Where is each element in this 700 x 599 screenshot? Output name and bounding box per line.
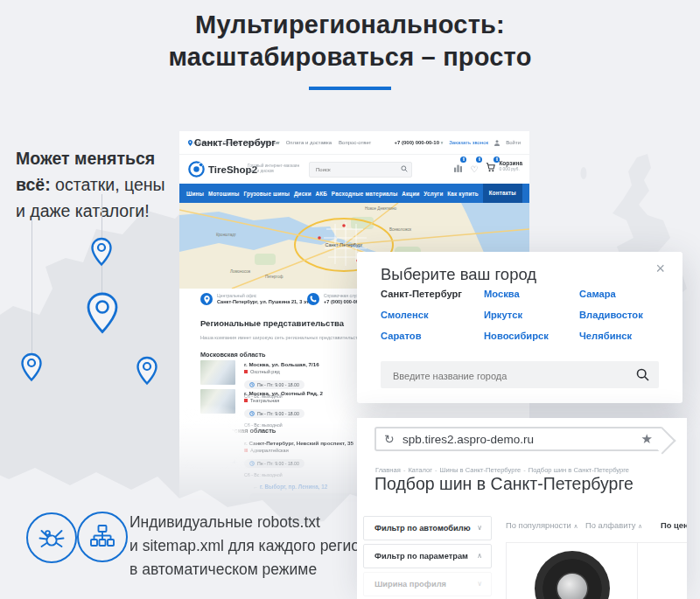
filter-by-params-label: Фильтр по параметрам [374, 552, 468, 561]
chevron-up-icon: ∧ [477, 545, 482, 568]
cart-button[interactable]: 0 Корзина 0 000 руб. [486, 160, 522, 176]
nav-item-consumables[interactable]: Расходные материалы [332, 191, 398, 197]
site-search-input[interactable] [314, 164, 401, 176]
city-option-chelyabinsk[interactable]: Челябинск [579, 331, 632, 341]
close-icon[interactable]: × [655, 261, 665, 276]
product-grid-divider [637, 542, 638, 599]
fade-overlay [179, 404, 263, 488]
breadcrumb-catalog[interactable]: Каталог [408, 466, 432, 474]
heart-icon: ♡ [470, 164, 478, 174]
sort-by-alphabet[interactable]: По алфавиту ∧ [585, 520, 642, 530]
shop-photo [200, 360, 235, 385]
filter-profile-width-label: Ширина профиля [374, 580, 446, 589]
nav-item-services[interactable]: Услуги [424, 191, 443, 197]
city-option-moscow[interactable]: Москва [484, 289, 520, 299]
chevron-down-icon: ▾ [277, 140, 280, 145]
page-title-line2: масштабироваться – просто [0, 41, 700, 73]
location-pin-icon [90, 237, 113, 267]
sort-by-popularity[interactable]: По популярности ∧ [506, 520, 578, 530]
compare-button[interactable]: 0 [454, 160, 462, 176]
hours-text: Пн - Пт: 9.00 - 18.00 [257, 382, 299, 387]
search-icon[interactable] [401, 165, 408, 172]
cart-icon-wrap: 0 [486, 160, 495, 176]
city-option-saratov[interactable]: Саратов [381, 331, 422, 341]
sort-by-price[interactable]: По цене [661, 520, 687, 530]
metro-icon [244, 399, 248, 402]
filter-by-car[interactable]: Фильтр по автомобилю ∨ [363, 516, 492, 540]
sort-by-popularity-label: По популярности [506, 520, 571, 530]
office-address: Санкт-Петербург, ул. Пушкина 21, 3 этаж [217, 299, 315, 305]
breadcrumb-home[interactable]: Главная [375, 466, 401, 474]
callback-link[interactable]: Заказать звонок [449, 140, 488, 145]
site-city-selector[interactable]: Санкт-Петербург ▾ [188, 137, 280, 148]
phone-icon [307, 293, 319, 305]
city-option-samara[interactable]: Самара [579, 289, 616, 299]
login-link[interactable]: Войти [506, 140, 521, 145]
nav-item-sales[interactable]: Акции [402, 191, 419, 197]
working-hours: Пн - Пт: 9.00 - 18.00 [244, 380, 304, 389]
nav-item-contacts[interactable]: Контакты [483, 184, 522, 203]
breadcrumb-current: Подбор шин в Санкт-Петербурге [528, 466, 629, 474]
intro-text: Может меняться всё: остатки, цены и даже… [16, 145, 165, 224]
nav-item-disks[interactable]: Диски [294, 191, 312, 197]
city-option-smolensk[interactable]: Смоленск [381, 310, 429, 320]
breadcrumb: Главная-Каталог-Шины в Санкт-Петербурге-… [375, 466, 629, 474]
bookmark-star-icon[interactable]: ★ [641, 431, 653, 447]
product-grid-divider [506, 542, 507, 599]
page: Мультирегиональность: масштабироваться –… [0, 0, 700, 599]
topbar-link-payment[interactable]: Оплата и доставка [286, 140, 332, 145]
shop-more-link[interactable]: ← г. Выборг, пр. Ленина, 12 [253, 484, 327, 490]
nav-item-tires[interactable]: Шины [186, 191, 204, 197]
tire-product-image[interactable] [535, 551, 610, 599]
city-search-box [381, 361, 659, 388]
intro-line2-rest: остатки, цены [55, 175, 165, 194]
city-search-input[interactable] [391, 367, 631, 384]
site-tagline-line2: шин и дисков [248, 169, 274, 173]
map-label-town: Ломоносов [230, 269, 251, 274]
wishlist-button[interactable]: ♡ 0 [470, 160, 478, 176]
pin-connector-line [32, 220, 32, 353]
city-option-novosibirsk[interactable]: Новосибирск [484, 331, 549, 341]
filter-profile-width[interactable]: Ширина профиля ∨ [363, 572, 492, 596]
site-phone[interactable]: +7 (000) 000-00-10 ▾ [395, 140, 444, 145]
modal-title: Выберите ваш город [381, 265, 536, 284]
sort-by-alphabet-label: По алфавиту [585, 520, 635, 530]
nav-item-truck-tires[interactable]: Грузовые шины [243, 191, 290, 197]
site-city-name: Санкт-Петербург [194, 137, 276, 148]
site-phone-number: +7 (000) 000-00-10 [395, 140, 440, 145]
chevron-down-icon: ∨ [477, 517, 482, 540]
filter-by-params[interactable]: Фильтр по параметрам ∧ [363, 544, 492, 568]
nav-item-how-to-buy[interactable]: Как купить [447, 191, 479, 197]
url-text[interactable]: spb.tires2.aspro-demo.ru [402, 433, 534, 446]
map-pin-icon [200, 293, 213, 305]
cart-label: Корзина [499, 160, 522, 166]
tireshop-logo-icon [188, 161, 205, 178]
reload-icon[interactable]: ↻ [384, 432, 395, 446]
city-option-vladivostok[interactable]: Владивосток [579, 310, 643, 320]
site-main-nav: Шины Мотошины Грузовые шины Диски АКБ Ра… [179, 184, 529, 203]
city-select-modal: Выберите ваш город × Санкт-Петербург Мос… [357, 252, 682, 403]
topbar-link-faq[interactable]: Вопрос-ответ [339, 140, 371, 145]
address-bar[interactable]: ↻ spb.tires2.aspro-demo.ru ★ [374, 427, 663, 451]
address-bar-tip [648, 427, 676, 454]
city-option-irkutsk[interactable]: Иркутск [484, 310, 522, 320]
page-title: Мультирегиональность: масштабироваться –… [0, 9, 700, 73]
city-option-spb[interactable]: Санкт-Петербург [381, 289, 462, 299]
search-icon[interactable] [636, 368, 649, 381]
title-divider [309, 87, 391, 90]
breadcrumb-tires[interactable]: Шины в Санкт-Петербурге [440, 466, 522, 474]
hours-text: Пн - Пт: 9.00 - 18.00 [257, 461, 299, 466]
site-search-box [309, 162, 412, 178]
nav-item-moto[interactable]: Мотошины [208, 191, 240, 197]
office-contact: Центральный офис Санкт-Петербург, ул. Пу… [200, 293, 315, 305]
chevron-down-icon: ∨ [477, 573, 482, 596]
intro-line1: Может меняться [16, 149, 155, 168]
compare-icon [454, 164, 462, 172]
map-label-town: Кронштадт [216, 233, 236, 237]
sort-by-price-label: По цене [661, 520, 687, 530]
compare-count-badge: 0 [460, 157, 466, 163]
clock-icon [249, 382, 255, 387]
shop-more-address: г. Выборг, пр. Ленина, 12 [260, 484, 327, 490]
header-action-icons: 0 ♡ 0 0 Корзина 0 000 руб. [454, 160, 522, 176]
nav-item-akb[interactable]: АКБ [316, 191, 328, 197]
